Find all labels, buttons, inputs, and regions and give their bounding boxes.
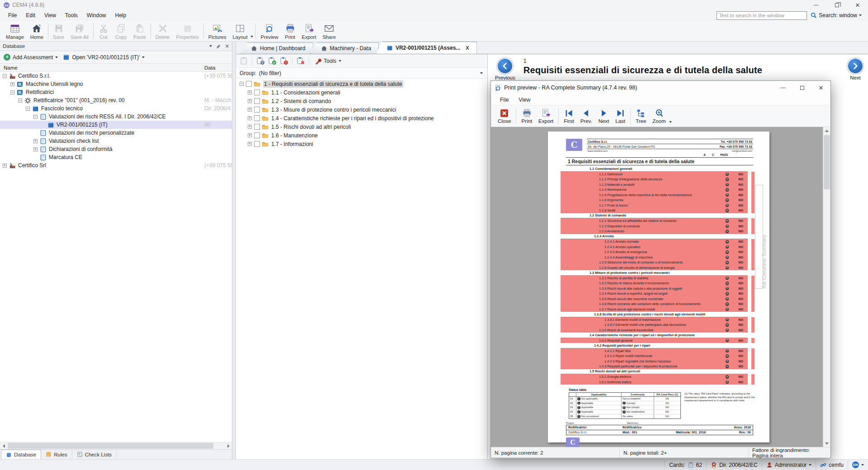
cut-button[interactable]: Cut <box>95 21 112 41</box>
search-scope-caret[interactable] <box>859 14 862 16</box>
dialog-maximize-button[interactable] <box>793 81 811 94</box>
window-search-input[interactable] <box>717 11 807 20</box>
card-comply-icon[interactable] <box>267 56 277 66</box>
tree-row[interactable]: −Rettificatrice "001" (001_2016) rev. 00… <box>0 96 232 104</box>
dock-tab-check-lists[interactable]: Check Lists <box>72 450 117 459</box>
card-not-established-icon[interactable]: ? <box>255 56 265 66</box>
collapse-icon[interactable]: − <box>33 115 38 119</box>
checkbox[interactable] <box>254 124 260 130</box>
collapse-icon[interactable]: − <box>26 107 30 111</box>
tree-row[interactable]: −Valutazioni dei rischi RESS All. I Dir.… <box>0 113 232 121</box>
dialog-menu-view[interactable]: View <box>514 96 535 104</box>
print-button[interactable]: Print <box>282 21 299 41</box>
preview-print-button[interactable]: Print <box>518 105 535 127</box>
tree-row[interactable]: Valutazioni dei rischi personalizzate <box>0 129 232 137</box>
tree-row[interactable]: +Dichiarazioni di conformità <box>0 145 232 153</box>
tree-row[interactable]: −Fascicolo tecnicoDir. 2006/4 <box>0 104 232 113</box>
last-page-button[interactable]: Last <box>612 105 628 127</box>
expand-icon[interactable]: + <box>10 82 14 86</box>
group-filter-caret[interactable] <box>480 72 483 74</box>
collapse-icon[interactable]: − <box>10 90 14 94</box>
directive-indicator[interactable]: Dir. 2006/42/EC <box>706 460 762 470</box>
save-all-button[interactable]: Save All <box>67 21 92 41</box>
checkbox[interactable] <box>254 132 260 138</box>
save-button[interactable]: Save <box>50 21 67 41</box>
user-indicator[interactable]: Administrator <box>762 460 816 470</box>
layout-caret[interactable] <box>250 36 253 38</box>
language-caret[interactable] <box>861 464 864 466</box>
expand-icon[interactable]: + <box>248 133 252 137</box>
copy-button[interactable]: Copy <box>112 21 130 41</box>
dialog-close-button[interactable]: ✕ <box>811 81 830 94</box>
panel-splitter[interactable] <box>232 42 236 459</box>
preview-scrollbar-thumb[interactable] <box>824 135 830 189</box>
dock-tab-rules[interactable]: Rules <box>41 450 72 459</box>
checkbox[interactable] <box>254 89 260 95</box>
tree-view-button[interactable]: Tree <box>632 105 649 127</box>
ress-tree-row[interactable]: +1.6 - Manutenzione <box>236 131 487 140</box>
home-button[interactable]: Home <box>27 21 47 41</box>
dock-tab-database[interactable]: Database <box>1 450 41 459</box>
tree-row[interactable]: +Valutazioni check list <box>0 137 232 145</box>
tab-assessment-vr2[interactable]: VR2-001/001215 (Asses... X <box>376 42 477 54</box>
expand-icon[interactable]: + <box>3 164 7 168</box>
tree-row[interactable]: −Certifico S.r.l.(+39 075 59 <box>0 72 232 80</box>
ress-tree-row[interactable]: +1.7 - Informazioni <box>236 140 487 148</box>
tree-row[interactable]: VR2-001/001215 (IT)00 <box>0 121 232 129</box>
card-delete-icon[interactable] <box>296 56 306 66</box>
collapse-icon[interactable]: − <box>3 74 7 78</box>
open-assessment-caret[interactable] <box>142 56 145 58</box>
scroll-down-arrow[interactable] <box>823 440 830 447</box>
tools-dropdown-button[interactable]: Tools <box>312 57 343 65</box>
previous-page-button[interactable]: Prev. <box>577 105 595 127</box>
minimize-button[interactable] <box>806 0 826 10</box>
ress-tree-row[interactable]: +1.4 - Caratteristiche richieste per i r… <box>236 114 487 122</box>
card-not-comply-icon[interactable]: ! <box>279 56 289 66</box>
panel-close-icon[interactable]: ✕ <box>225 43 229 49</box>
manage-button[interactable]: Manage <box>3 21 27 41</box>
checkbox[interactable] <box>254 98 260 104</box>
next-page-button[interactable]: Next <box>595 105 613 127</box>
menu-edit[interactable]: Edit <box>21 11 40 20</box>
ress-tree-row[interactable]: −1 - Requisiti essenziali di sicurezza e… <box>236 80 487 88</box>
scrollbar-thumb[interactable] <box>8 443 213 449</box>
share-button[interactable]: Share <box>319 21 339 41</box>
user-caret[interactable] <box>809 464 811 466</box>
group-filter-row[interactable]: Group: (No filter) <box>236 68 487 79</box>
ress-tree-row[interactable]: +1.3 - Misure di protezione contro i per… <box>236 105 487 114</box>
export-button[interactable]: Export <box>299 21 320 41</box>
column-data[interactable]: Data <box>204 65 215 70</box>
scroll-right-arrow[interactable] <box>225 442 232 449</box>
pin-icon[interactable] <box>216 44 221 49</box>
menu-tools[interactable]: Tools <box>61 11 82 20</box>
checkbox[interactable] <box>254 115 260 121</box>
expand-icon[interactable]: + <box>248 90 252 94</box>
tree-row[interactable]: +Macchine Utensili legno <box>0 80 232 88</box>
zoom-caret[interactable] <box>669 121 672 123</box>
ress-tree-row[interactable]: +1.2 - Sistemi di comando <box>236 97 487 105</box>
previous-button[interactable] <box>497 58 513 74</box>
scroll-up-arrow[interactable] <box>823 127 830 134</box>
tab-machinery-data[interactable]: Machinery - Data <box>311 42 379 54</box>
add-assessment-caret[interactable] <box>55 56 58 58</box>
open-assessment-button[interactable]: Open 'VR2-001/001215 (IT)' <box>63 54 145 61</box>
expand-icon[interactable]: + <box>248 108 252 112</box>
menu-file[interactable]: File <box>4 11 21 20</box>
connection-indicator[interactable]: cemfu <box>816 460 848 470</box>
preview-close-button[interactable]: Close <box>495 105 514 127</box>
preview-scrollbar[interactable] <box>823 127 830 447</box>
delete-button[interactable]: Delete <box>152 21 173 41</box>
checkbox[interactable] <box>254 141 260 147</box>
zoom-button[interactable]: Zoom <box>649 105 669 127</box>
column-name[interactable]: Name <box>0 65 18 70</box>
collapse-icon[interactable]: − <box>240 82 244 86</box>
expand-icon[interactable]: + <box>248 116 252 120</box>
collapse-icon[interactable]: − <box>18 99 22 103</box>
horizontal-scrollbar[interactable] <box>0 442 232 449</box>
tree-row[interactable]: Marcatura CE <box>0 153 232 161</box>
tree-row[interactable]: −Rettificatrici <box>0 88 232 96</box>
expand-icon[interactable]: + <box>33 139 38 143</box>
menu-window[interactable]: Window <box>82 11 111 20</box>
paste-button[interactable]: Paste <box>130 21 149 41</box>
dialog-menu-file[interactable]: File <box>495 96 513 104</box>
